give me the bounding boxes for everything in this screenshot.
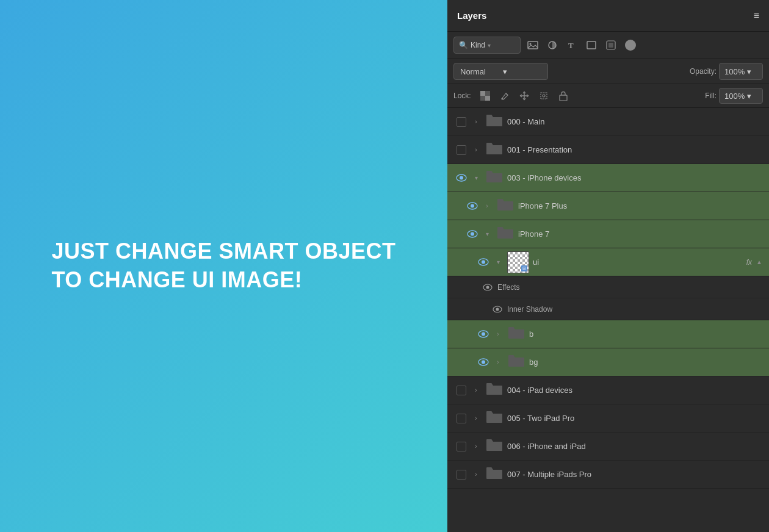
folder-icon <box>486 143 502 157</box>
visibility-toggle[interactable] <box>452 461 471 489</box>
visibility-checkbox[interactable] <box>457 442 466 451</box>
svg-point-18 <box>471 204 474 208</box>
visibility-checkbox[interactable] <box>457 117 466 127</box>
folder-icon <box>486 171 502 185</box>
visibility-toggle[interactable] <box>452 136 471 164</box>
collapse-arrow-icon[interactable]: ▾ <box>482 229 493 240</box>
expand-arrow-icon[interactable]: › <box>471 385 482 396</box>
blend-mode-chevron-icon: ▾ <box>503 67 542 76</box>
visibility-checkbox[interactable] <box>457 145 466 155</box>
layer-name: 005 - Two iPad Pro <box>507 414 764 423</box>
svg-point-13 <box>543 95 545 97</box>
layer-row[interactable]: ▾ ⊞ uifx▲ <box>447 248 769 276</box>
kind-select[interactable]: 🔍 Kind ▾ <box>453 37 521 54</box>
effects-label: Effects <box>497 283 519 292</box>
blend-mode-select[interactable]: Normal ▾ <box>453 63 548 80</box>
opacity-value: 100% <box>724 67 745 76</box>
fx-badge[interactable]: fx <box>746 258 752 267</box>
layer-row[interactable]: › 005 - Two iPad Pro <box>447 404 769 433</box>
layer-row[interactable]: ▾ 003 - iPhone devices <box>447 164 769 192</box>
collapse-arrow-icon[interactable]: ▾ <box>493 257 504 268</box>
folder-icon <box>486 467 502 481</box>
filter-toggle-circle[interactable] <box>622 37 639 54</box>
shape-filter-icon[interactable] <box>583 37 600 54</box>
svg-text:T: T <box>568 41 574 50</box>
layer-row[interactable]: › 000 - Main <box>447 108 769 136</box>
visibility-toggle[interactable] <box>474 320 493 348</box>
visibility-toggle[interactable] <box>463 192 482 220</box>
fill-section: Fill: 100% ▾ <box>705 88 763 104</box>
visibility-toggle[interactable] <box>452 376 471 404</box>
opacity-input[interactable]: 100% ▾ <box>719 63 763 80</box>
layer-row[interactable]: › b <box>447 320 769 348</box>
folder-icon <box>497 199 513 213</box>
move-lock-icon[interactable] <box>516 88 532 104</box>
layer-row[interactable]: ▾ iPhone 7 <box>447 220 769 248</box>
artboard-lock-icon[interactable] <box>536 88 552 104</box>
inner-shadow-row[interactable]: Inner Shadow <box>447 298 769 320</box>
layer-name: 006 - iPhone and iPad <box>507 442 764 451</box>
collapse-arrow-icon[interactable]: ▾ <box>471 173 482 184</box>
visibility-checkbox[interactable] <box>457 386 466 395</box>
fill-input[interactable]: 100% ▾ <box>719 88 763 104</box>
expand-arrow-icon[interactable]: › <box>471 145 482 156</box>
checkerboard-lock-icon[interactable] <box>477 88 493 104</box>
panel-title: Layers <box>457 10 486 21</box>
visibility-toggle[interactable] <box>463 220 482 248</box>
search-icon: 🔍 <box>459 41 468 49</box>
brush-lock-icon[interactable] <box>497 88 513 104</box>
opacity-section: Opacity: 100% ▾ <box>690 63 763 80</box>
layer-name: 001 - Presentation <box>507 145 764 154</box>
expand-arrow-icon[interactable]: › <box>471 117 482 128</box>
layer-row[interactable]: › bg <box>447 348 769 376</box>
expand-arrow-icon[interactable]: › <box>471 441 482 452</box>
layer-name: 000 - Main <box>507 117 764 126</box>
visibility-toggle[interactable] <box>452 404 471 433</box>
svg-rect-7 <box>480 91 485 96</box>
expand-arrow-icon[interactable]: › <box>493 357 504 368</box>
panel-header: Layers ≡ <box>447 0 769 32</box>
svg-point-28 <box>482 332 485 336</box>
svg-rect-0 <box>528 41 538 49</box>
text-filter-icon[interactable]: T <box>563 37 580 54</box>
svg-point-1 <box>530 43 532 45</box>
canvas-headline-line1: JUST CHANGE SMART OBJECT <box>51 239 395 264</box>
effects-row[interactable]: Effects <box>447 276 769 298</box>
panel-menu-icon[interactable]: ≡ <box>754 10 759 21</box>
layer-row[interactable]: › 004 - iPad devices <box>447 376 769 404</box>
layer-thumbnail: ⊞ <box>507 251 529 273</box>
layer-collapse-icon[interactable]: ▲ <box>754 257 764 267</box>
visibility-toggle[interactable] <box>452 433 471 461</box>
layer-row[interactable]: › 007 - Multiple iPads Pro <box>447 461 769 489</box>
kind-chevron-icon: ▾ <box>488 42 491 49</box>
effects-eye-icon <box>482 281 494 293</box>
smart-filter-icon[interactable] <box>602 37 619 54</box>
layers-panel: Layers ≡ 🔍 Kind ▾ <box>447 0 769 532</box>
visibility-checkbox[interactable] <box>457 414 466 423</box>
image-filter-icon[interactable] <box>524 37 541 54</box>
svg-rect-4 <box>587 41 596 49</box>
svg-point-20 <box>471 232 474 236</box>
layer-name: 004 - iPad devices <box>507 386 764 395</box>
layer-row[interactable]: › 001 - Presentation <box>447 136 769 164</box>
layer-row[interactable]: › iPhone 7 Plus <box>447 192 769 220</box>
layer-row[interactable]: › 006 - iPhone and iPad <box>447 433 769 461</box>
inner-shadow-label: Inner Shadow <box>507 305 552 314</box>
expand-arrow-icon[interactable]: › <box>471 469 482 480</box>
visibility-toggle[interactable] <box>474 348 493 376</box>
opacity-chevron-icon: ▾ <box>747 67 751 76</box>
padlock-icon[interactable] <box>555 88 571 104</box>
svg-point-24 <box>486 286 489 289</box>
expand-arrow-icon[interactable]: › <box>493 329 504 340</box>
visibility-checkbox[interactable] <box>457 470 466 480</box>
visibility-toggle[interactable] <box>474 248 493 276</box>
lock-label: Lock: <box>453 92 471 100</box>
layer-name: iPhone 7 <box>518 229 764 239</box>
layer-name: b <box>529 329 764 339</box>
expand-arrow-icon[interactable]: › <box>471 413 482 424</box>
visibility-toggle[interactable] <box>452 164 471 192</box>
visibility-toggle[interactable] <box>452 108 471 136</box>
circle-filter-icon[interactable] <box>544 37 561 54</box>
expand-arrow-icon[interactable]: › <box>482 201 493 212</box>
filter-row: 🔍 Kind ▾ T <box>447 32 769 59</box>
